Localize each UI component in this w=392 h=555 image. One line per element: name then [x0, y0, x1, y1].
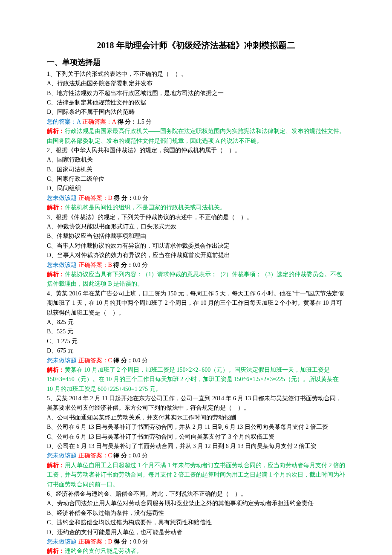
correct-answer: 正确答案：C — [78, 452, 114, 459]
correct-answer: 正确答案：D — [78, 195, 114, 201]
question-stem: 5、吴某 2014 年 2 月 11 日起开始在东方公司工作，公司一直到 201… — [47, 394, 345, 413]
not-done-label: 您未做该题 — [47, 195, 78, 201]
analysis-text: 仲裁机构是民间性的组织，不是国家的行政机关或司法机关。 — [65, 204, 226, 211]
correct-answer: 正确答案：C — [78, 357, 114, 364]
question-option: A、国家行政机关 — [47, 155, 345, 165]
question-option: C、法律是制定其他规范性文件的依据 — [47, 98, 345, 107]
question-option: B、仲裁协议应当包括仲裁事项和理由 — [47, 231, 345, 241]
question-option: B、国家司法机关 — [47, 165, 345, 174]
question-block: 3、根据《仲裁法》的规定，下列关于仲裁协议的表述中，不正确的是（ ）。A、仲裁协… — [47, 213, 345, 289]
not-done-label: 您未做该题 — [47, 357, 78, 364]
analysis-label: 解析： — [47, 128, 65, 134]
question-option: A、劳动合同法禁止用人单位对劳动合同服务期和竞业禁止之外的其他事项约定劳动者承担… — [47, 499, 345, 508]
analysis-label: 解析： — [47, 367, 65, 373]
score-label: 得 分： — [113, 452, 133, 459]
question-option: B、地方性法规效力不超出本行政区域范围，是地方司法的依据之一 — [47, 89, 345, 98]
correct-answer: 正确答案：A — [82, 119, 118, 125]
answer-line: 您的答案：A 正确答案：A 得 分：1.5 分 — [47, 117, 345, 127]
question-option: A、仲裁协议只能以书面形式订立，口头形式无效 — [47, 222, 345, 231]
question-stem: 4、黄某 2016 年在某广告公司上班，日工资为 150 元，每周工作 5 天，… — [47, 289, 345, 318]
analysis-text: 违约金的支付只能是劳动者。 — [65, 548, 142, 554]
analysis-line: 解析：用人单位自用工之日起超过 1 个月不满 1 年未与劳动者订立书面劳动合同的… — [47, 461, 345, 489]
question-option: D、民间组织 — [47, 184, 345, 193]
question-option: A、公司书面通知吴某终止劳动关系，并支付其实际工作时间的劳动报酬 — [47, 413, 345, 422]
score-value: 1.5 分 — [137, 119, 152, 125]
question-option: C、国家行政二级单位 — [47, 174, 345, 184]
score-label: 得 分： — [113, 357, 133, 364]
question-stem: 6、经济补偿金与违约金、赔偿金不同。对此，下列说法不正确的是（ ）。 — [47, 489, 345, 499]
question-option: A、825 元 — [47, 318, 345, 327]
score-label: 得 分： — [118, 119, 137, 125]
question-option: C、当事人对仲裁协议的效力有异议的，可以请求仲裁委员会作出决定 — [47, 241, 345, 251]
question-option: B、525 元 — [47, 327, 345, 336]
question-option: D、公司在 6 月 13 日与吴某补订了书面劳动合同，并从 3 月 12 日到 … — [47, 442, 345, 451]
answer-line: 您未做该题 正确答案：D 得 分：0.0 分 — [47, 537, 345, 546]
question-option: D、当事人对仲裁协议的效力有异议的，应当在仲裁庭首次开庭前提出 — [47, 251, 345, 260]
question-block: 6、经济补偿金与违约金、赔偿金不同。对此，下列说法不正确的是（ ）。A、劳动合同… — [47, 489, 345, 555]
question-option: C、违约金和赔偿金均以过错为构成要件，具有惩罚性和赔偿性 — [47, 518, 345, 527]
score-value: 0.0 分 — [133, 262, 148, 268]
analysis-label: 解析： — [47, 462, 65, 468]
question-option: D、违约金的支付可能是用人单位，也可能是劳动者 — [47, 528, 345, 537]
analysis-text: 仲裁协议应当具有下列内容：（1）请求仲裁的意思表示；（2）仲裁事项；（3）选定的… — [47, 271, 342, 287]
question-stem: 2、根据《中华人民共和国仲裁法》的规定，我国的仲裁机构属于（ ）。 — [47, 146, 345, 155]
analysis-label: 解析： — [47, 548, 65, 554]
question-block: 5、吴某 2014 年 2 月 11 日起开始在东方公司工作，公司一直到 201… — [47, 394, 345, 489]
question-option: A、行政法规由国务院各部委制定并发布 — [47, 79, 345, 88]
questions-container: 1、下列关于法的形式的表述中，不正确的是（ ）。A、行政法规由国务院各部委制定并… — [47, 69, 345, 555]
answer-line: 您未做该题 正确答案：C 得 分：0.0 分 — [47, 451, 345, 460]
analysis-text: 黄某在 10 月加班了 2 个周日，加班工资是 150×2×2=600（元）。国… — [47, 367, 339, 392]
analysis-text: 用人单位自用工之日起超过 1 个月不满 1 年未与劳动者订立书面劳动合同的，应当… — [47, 462, 345, 488]
section-header: 一、单项选择题 — [47, 56, 345, 69]
score-label: 得 分： — [113, 262, 133, 268]
question-option: D、675 元 — [47, 346, 345, 356]
score-label: 得 分： — [114, 538, 133, 545]
correct-answer: 正确答案：B — [78, 262, 114, 268]
analysis-text: 行政法规是由国家最高行政机关——国务院在法定职权范围内为实施宪法和法律制定、发布… — [47, 128, 345, 144]
analysis-label: 解析： — [47, 271, 65, 278]
score-value: 0.0 分 — [133, 357, 148, 364]
correct-answer: 正确答案：D — [78, 538, 114, 545]
question-option: C、公司在 6 月 13 日与吴某补订了书面劳动合同，公司向吴某支付了 3 个月… — [47, 432, 345, 442]
question-stem: 1、下列关于法的形式的表述中，不正确的是（ ）。 — [47, 69, 345, 79]
user-answer: 您的答案：A — [47, 119, 82, 125]
analysis-line: 解析：仲裁协议应当具有下列内容：（1）请求仲裁的意思表示；（2）仲裁事项；（3）… — [47, 270, 345, 289]
analysis-line: 解析：违约金的支付只能是劳动者。 — [47, 546, 345, 555]
not-done-label: 您未做该题 — [47, 452, 78, 459]
not-done-label: 您未做该题 — [47, 538, 78, 545]
answer-line: 您未做该题 正确答案：B 得 分：0.0 分 — [47, 260, 345, 270]
not-done-label: 您未做该题 — [47, 262, 78, 268]
question-block: 2、根据《中华人民共和国仲裁法》的规定，我国的仲裁机构属于（ ）。A、国家行政机… — [47, 146, 345, 213]
question-block: 4、黄某 2016 年在某广告公司上班，日工资为 150 元，每周工作 5 天，… — [47, 289, 345, 394]
analysis-line: 解析：仲裁机构是民间性的组织，不是国家的行政机关或司法机关。 — [47, 203, 345, 212]
question-option: D、国际条约不属于国内法的范畴 — [47, 107, 345, 117]
score-value: 0.0 分 — [133, 452, 148, 459]
question-option: B、经济补偿金不以过错为条件，没有惩罚性 — [47, 509, 345, 518]
question-option: B、公司在 6 月 13 日与吴某补订了书面劳动合同，并从 2 月 11 日到 … — [47, 422, 345, 432]
question-block: 1、下列关于法的形式的表述中，不正确的是（ ）。A、行政法规由国务院各部委制定并… — [47, 69, 345, 146]
score-label: 得 分： — [114, 195, 133, 201]
score-value: 0.0 分 — [133, 195, 148, 201]
analysis-label: 解析： — [47, 204, 65, 211]
question-stem: 3、根据《仲裁法》的规定，下列关于仲裁协议的表述中，不正确的是（ ）。 — [47, 213, 345, 222]
score-value: 0.0 分 — [133, 538, 148, 545]
answer-line: 您未做该题 正确答案：C 得 分：0.0 分 — [47, 356, 345, 365]
analysis-line: 解析：黄某在 10 月加班了 2 个周日，加班工资是 150×2×2=600（元… — [47, 365, 345, 394]
analysis-line: 解析：行政法规是由国家最高行政机关——国务院在法定职权范围内为实施宪法和法律制定… — [47, 127, 345, 146]
answer-line: 您未做该题 正确答案：D 得 分：0.0 分 — [47, 194, 345, 203]
document-title: 2018 年助理会计师《初级经济法基础》冲刺模拟题二 — [47, 38, 345, 52]
question-option: C、1 275 元 — [47, 337, 345, 346]
